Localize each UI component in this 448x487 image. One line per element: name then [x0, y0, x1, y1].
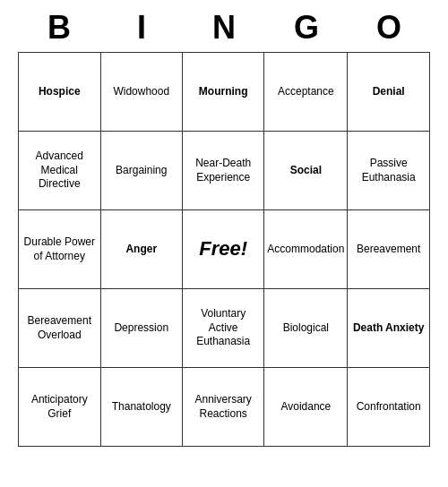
bingo-cell: Widowhood — [100, 53, 182, 132]
bingo-cell: Near-Death Experience — [183, 132, 264, 210]
bingo-cell: Depression — [100, 289, 182, 368]
title-letter: O — [353, 9, 425, 47]
bingo-header: BINGO — [18, 0, 430, 52]
bingo-cell: Mourning — [183, 53, 264, 132]
bingo-cell: Bargaining — [100, 132, 182, 210]
bingo-cell: Confrontation — [348, 368, 430, 447]
bingo-cell: Bereavement — [348, 210, 430, 289]
bingo-cell: Bereavement Overload — [19, 289, 101, 368]
bingo-cell: Accommodation — [264, 210, 348, 289]
bingo-cell: Voluntary Active Euthanasia — [183, 289, 264, 368]
bingo-cell: Anger — [100, 210, 182, 289]
bingo-cell: Death Anxiety — [348, 289, 430, 368]
bingo-cell: Social — [264, 132, 348, 210]
bingo-cell: Hospice — [19, 53, 101, 132]
bingo-cell: Anniversary Reactions — [183, 368, 264, 447]
bingo-cell: Anticipatory Grief — [19, 368, 101, 447]
bingo-cell: Passive Euthanasia — [348, 132, 430, 210]
bingo-cell: Durable Power of Attorney — [19, 210, 101, 289]
bingo-cell: Advanced Medical Directive — [19, 132, 101, 210]
bingo-cell: Thanatology — [100, 368, 182, 447]
title-letter: B — [23, 9, 95, 47]
bingo-cell: Avoidance — [264, 368, 348, 447]
title-letter: N — [188, 9, 260, 47]
bingo-cell: Acceptance — [264, 53, 348, 132]
bingo-cell: Denial — [348, 53, 430, 132]
title-letter: G — [271, 9, 342, 47]
title-letter: I — [106, 9, 177, 47]
bingo-cell: Biological — [264, 289, 348, 368]
bingo-table: HospiceWidowhoodMourningAcceptanceDenial… — [18, 52, 430, 447]
bingo-cell: Free! — [183, 210, 264, 289]
